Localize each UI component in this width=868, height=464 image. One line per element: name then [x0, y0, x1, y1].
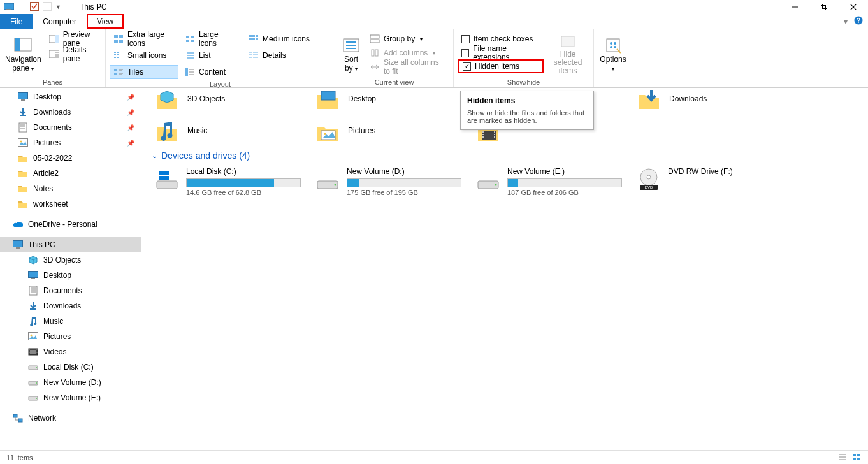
nav-onedrive[interactable]: OneDrive - Personal	[0, 217, 141, 232]
nav-pictures[interactable]: Pictures📌	[0, 135, 141, 150]
tooltip-title: Hidden items	[467, 96, 587, 105]
nav-folder-worksheet[interactable]: worksheet	[0, 196, 141, 212]
svg-rect-118	[494, 134, 495, 135]
content-pane: 3D Objects Desktop Downloads Music Pictu…	[141, 88, 868, 450]
group-panes-label: Panes	[4, 77, 101, 86]
svg-text:DVD: DVD	[645, 185, 653, 189]
drive-d-free: 175 GB free of 195 GB	[347, 189, 463, 196]
svg-rect-64	[372, 50, 374, 56]
preview-pane-button[interactable]: Preview pane	[45, 32, 101, 46]
svg-rect-62	[370, 35, 379, 38]
svg-rect-21	[114, 40, 118, 43]
nav-desktop2[interactable]: Desktop	[0, 268, 141, 283]
svg-rect-23	[186, 36, 189, 38]
details-view-icon[interactable]	[837, 453, 848, 463]
svg-point-128	[495, 184, 497, 186]
svg-rect-73	[21, 99, 25, 101]
drive-f[interactable]: DVD DVD RW Drive (F:)	[630, 164, 790, 199]
drive-e[interactable]: New Volume (E:) 187 GB free of 206 GB	[469, 164, 630, 199]
pictures-icon	[18, 138, 28, 148]
svg-rect-63	[370, 40, 379, 43]
svg-rect-32	[256, 38, 258, 40]
qat-properties-icon[interactable]	[30, 2, 39, 13]
folder-downloads[interactable]: Downloads	[630, 83, 790, 115]
nav-3d-objects[interactable]: 3D Objects	[0, 252, 141, 268]
details-pane-button[interactable]: Details pane	[45, 47, 101, 61]
close-button[interactable]	[839, 0, 868, 14]
nav-documents[interactable]: Documents📌	[0, 120, 141, 135]
hidden-items-button[interactable]: ✓Hidden items	[458, 59, 544, 73]
desktop-icon	[28, 270, 38, 280]
nav-drive-d[interactable]: New Volume (D:)	[0, 375, 141, 390]
large-icons-view-icon[interactable]	[851, 453, 862, 463]
large-icons-button[interactable]: Large icons	[181, 32, 242, 46]
downloads-icon	[18, 107, 28, 117]
hide-selected-button[interactable]: Hide selected items	[546, 32, 590, 77]
drive-f-name: DVD RW Drive (F:)	[668, 167, 784, 176]
help-icon[interactable]: ?	[854, 16, 863, 27]
drive-c[interactable]: Local Disk (C:) 14.6 GB free of 62.8 GB	[148, 164, 308, 199]
nav-folder-date[interactable]: 05-02-2022	[0, 150, 141, 166]
folder-music[interactable]: Music	[148, 115, 308, 147]
details-button[interactable]: Details	[245, 48, 319, 62]
svg-rect-19	[114, 35, 118, 38]
tiles-button[interactable]: Tiles	[110, 65, 178, 79]
tab-file[interactable]: File	[0, 14, 33, 29]
svg-rect-66	[561, 36, 574, 47]
svg-point-68	[610, 42, 612, 45]
qat-newfolder-icon[interactable]	[43, 2, 52, 13]
svg-rect-28	[252, 35, 255, 37]
svg-point-69	[614, 42, 616, 45]
drive-c-name: Local Disk (C:)	[186, 167, 302, 176]
svg-rect-3	[43, 2, 52, 10]
svg-rect-84	[31, 278, 35, 279]
svg-rect-117	[494, 131, 495, 133]
drive-icon	[475, 167, 501, 192]
svg-rect-110	[321, 91, 335, 100]
maximize-button[interactable]	[809, 0, 839, 14]
drive-icon	[154, 167, 180, 192]
group-by-button[interactable]: Group by ▾	[366, 32, 449, 46]
devices-section-header[interactable]: ⌄ Devices and drives (4)	[148, 147, 862, 164]
nav-folder-article[interactable]: Article2	[0, 166, 141, 181]
sort-by-button[interactable]: Sort by ▾	[339, 32, 363, 77]
svg-rect-35	[114, 54, 116, 55]
minimize-button[interactable]	[780, 0, 809, 14]
navigation-pane-button[interactable]: Navigation pane ▾	[4, 32, 43, 77]
drive-d[interactable]: New Volume (D:) 175 GB free of 195 GB	[308, 164, 469, 199]
nav-videos[interactable]: Videos	[0, 344, 141, 359]
nav-downloads[interactable]: Downloads📌	[0, 105, 141, 120]
svg-rect-139	[857, 458, 860, 460]
svg-rect-109	[18, 419, 22, 422]
extra-large-icons-button[interactable]: Extra large icons	[110, 32, 178, 46]
minimize-ribbon-icon[interactable]: ▾	[844, 17, 848, 26]
ribbon: Navigation pane ▾ Preview pane Details p…	[0, 29, 868, 88]
nav-this-pc[interactable]: This PC	[0, 237, 141, 252]
qat-dropdown-icon[interactable]: ▼	[55, 4, 61, 10]
tab-computer[interactable]: Computer	[33, 14, 87, 29]
list-button[interactable]: List	[181, 48, 242, 62]
size-all-columns-button[interactable]: Size all columns to fit	[366, 60, 449, 74]
nav-music[interactable]: Music	[0, 314, 141, 329]
small-icons-button[interactable]: Small icons	[110, 48, 178, 62]
tab-view[interactable]: View	[87, 14, 124, 29]
content-button[interactable]: Content	[181, 65, 242, 79]
svg-rect-22	[119, 40, 123, 43]
svg-point-130	[647, 175, 651, 179]
nav-desktop[interactable]: Desktop📌	[0, 89, 141, 105]
nav-documents2[interactable]: Documents	[0, 283, 141, 298]
folder-pictures[interactable]: Pictures	[308, 115, 469, 147]
options-button[interactable]: Options▾	[598, 32, 628, 77]
folder-desktop[interactable]: Desktop	[308, 83, 469, 115]
nav-pictures2[interactable]: Pictures	[0, 329, 141, 344]
pictures-icon	[28, 331, 38, 342]
pin-icon: 📌	[127, 94, 134, 101]
file-extensions-button[interactable]: File name extensions	[458, 46, 544, 60]
nav-network[interactable]: Network	[0, 410, 141, 426]
nav-folder-notes[interactable]: Notes	[0, 181, 141, 196]
folder-3d-objects[interactable]: 3D Objects	[148, 83, 308, 115]
medium-icons-button[interactable]: Medium icons	[245, 32, 319, 46]
nav-drive-c[interactable]: Local Disk (C:)	[0, 359, 141, 375]
nav-drive-e[interactable]: New Volume (E:)	[0, 390, 141, 405]
nav-downloads2[interactable]: Downloads	[0, 298, 141, 314]
